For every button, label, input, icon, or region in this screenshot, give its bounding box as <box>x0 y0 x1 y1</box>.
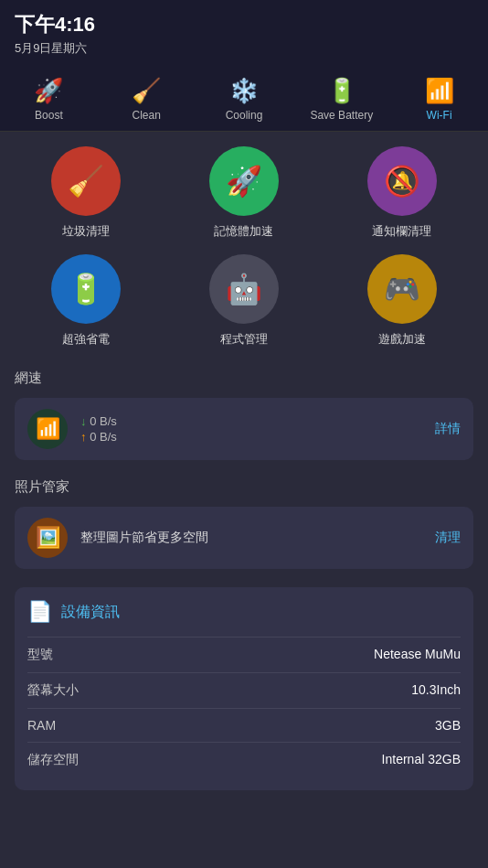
tab-clean-label: Clean <box>133 109 161 122</box>
device-info-header: 📄 設備資訊 <box>27 600 461 624</box>
tab-cooling-label: Cooling <box>226 109 263 122</box>
tab-cooling[interactable]: ❄️ Cooling <box>196 73 293 125</box>
wifi-tab-icon: 📶 <box>425 77 454 105</box>
network-speeds: ↓ 0 B/s ↑ 0 B/s <box>80 414 435 444</box>
junk-clean-label: 垃圾清理 <box>62 223 110 240</box>
info-label-model: 型號 <box>27 647 53 663</box>
memory-boost-icon-circle: 🚀 <box>209 146 279 216</box>
device-info-section: 📄 設備資訊 型號 Netease MuMu 螢幕大小 10.3Inch RAM… <box>15 587 473 790</box>
info-label-storage: 儲存空間 <box>27 752 79 768</box>
photo-card: 🖼️ 整理圖片節省更多空間 清理 <box>15 507 473 569</box>
info-value-storage: Internal 32GB <box>382 752 461 768</box>
memory-boost-label: 記憶體加速 <box>214 223 273 240</box>
app-manager-icon-circle: 🤖 <box>209 254 279 324</box>
tab-wifi-label: Wi-Fi <box>427 109 452 122</box>
grid-item-super-battery[interactable]: 🔋 超強省電 <box>15 254 158 348</box>
grid-item-app-manager[interactable]: 🤖 程式管理 <box>173 254 316 348</box>
save-battery-icon: 🔋 <box>327 77 356 105</box>
info-label-ram: RAM <box>27 718 56 733</box>
download-arrow-icon: ↓ <box>80 414 90 428</box>
device-info-title: 設備資訊 <box>61 603 120 622</box>
download-speed: ↓ 0 B/s <box>80 414 435 428</box>
tab-wifi[interactable]: 📶 Wi-Fi <box>390 73 488 125</box>
info-value-ram: 3GB <box>435 718 461 733</box>
upload-arrow-icon: ↑ <box>80 430 90 444</box>
download-speed-value: 0 B/s <box>90 414 117 428</box>
network-section: 網速 📶 ↓ 0 B/s ↑ 0 B/s 詳情 <box>15 370 473 460</box>
grid-item-game-boost[interactable]: 🎮 遊戲加速 <box>330 254 473 348</box>
super-battery-label: 超強省電 <box>62 331 110 348</box>
info-row-model: 型號 Netease MuMu <box>27 637 461 672</box>
grid-item-memory-boost[interactable]: 🚀 記憶體加速 <box>173 146 316 240</box>
info-row-screen: 螢幕大小 10.3Inch <box>27 672 461 708</box>
network-section-title: 網速 <box>15 370 473 387</box>
info-row-storage: 儲存空間 Internal 32GB <box>27 742 461 777</box>
grid-item-junk-clean[interactable]: 🧹 垃圾清理 <box>15 146 158 240</box>
upload-speed: ↑ 0 B/s <box>80 430 435 444</box>
status-time: 下午4:16 <box>15 11 473 38</box>
photo-section: 照片管家 🖼️ 整理圖片節省更多空間 清理 <box>15 478 473 569</box>
super-battery-icon-circle: 🔋 <box>51 254 121 324</box>
app-manager-label: 程式管理 <box>220 331 268 348</box>
photo-section-title: 照片管家 <box>15 478 473 496</box>
grid-item-notification-clean[interactable]: 🔕 通知欄清理 <box>330 146 473 240</box>
game-boost-label: 遊戲加速 <box>378 331 426 348</box>
wifi-signal-icon: 📶 <box>27 409 68 449</box>
upload-speed-value: 0 B/s <box>90 430 117 444</box>
notification-clean-icon-circle: 🔕 <box>367 146 437 216</box>
main-content: 🧹 垃圾清理 🚀 記憶體加速 🔕 通知欄清理 🔋 超強省電 🤖 程式管理 🎮 遊… <box>0 132 488 805</box>
tab-bar: 🚀 Boost 🧹 Clean ❄️ Cooling 🔋 Save Batter… <box>0 66 488 132</box>
clean-icon: 🧹 <box>132 77 161 105</box>
status-bar: 下午4:16 5月9日星期六 <box>0 0 488 66</box>
tab-boost-label: Boost <box>35 109 63 122</box>
info-row-ram: RAM 3GB <box>27 708 461 742</box>
notification-clean-label: 通知欄清理 <box>372 223 431 240</box>
icon-grid: 🧹 垃圾清理 🚀 記憶體加速 🔕 通知欄清理 🔋 超強省電 🤖 程式管理 🎮 遊… <box>15 146 473 348</box>
info-label-screen: 螢幕大小 <box>27 682 79 699</box>
info-value-model: Netease MuMu <box>374 647 461 663</box>
cooling-icon: ❄️ <box>229 77 259 105</box>
tab-save-battery-label: Save Battery <box>310 109 373 122</box>
tab-save-battery[interactable]: 🔋 Save Battery <box>292 73 390 125</box>
info-value-screen: 10.3Inch <box>411 682 461 699</box>
tab-clean[interactable]: 🧹 Clean <box>98 73 196 125</box>
status-date: 5月9日星期六 <box>15 40 473 57</box>
network-detail-link[interactable]: 詳情 <box>435 421 461 437</box>
tab-boost[interactable]: 🚀 Boost <box>0 73 98 125</box>
photo-description: 整理圖片節省更多空間 <box>80 530 435 546</box>
photo-clean-link[interactable]: 清理 <box>435 530 461 546</box>
game-boost-icon-circle: 🎮 <box>367 254 437 324</box>
boost-icon: 🚀 <box>34 77 63 105</box>
photo-icon: 🖼️ <box>27 518 68 558</box>
junk-clean-icon-circle: 🧹 <box>51 146 121 216</box>
device-info-doc-icon: 📄 <box>27 600 52 624</box>
network-speed-card: 📶 ↓ 0 B/s ↑ 0 B/s 詳情 <box>15 398 473 460</box>
